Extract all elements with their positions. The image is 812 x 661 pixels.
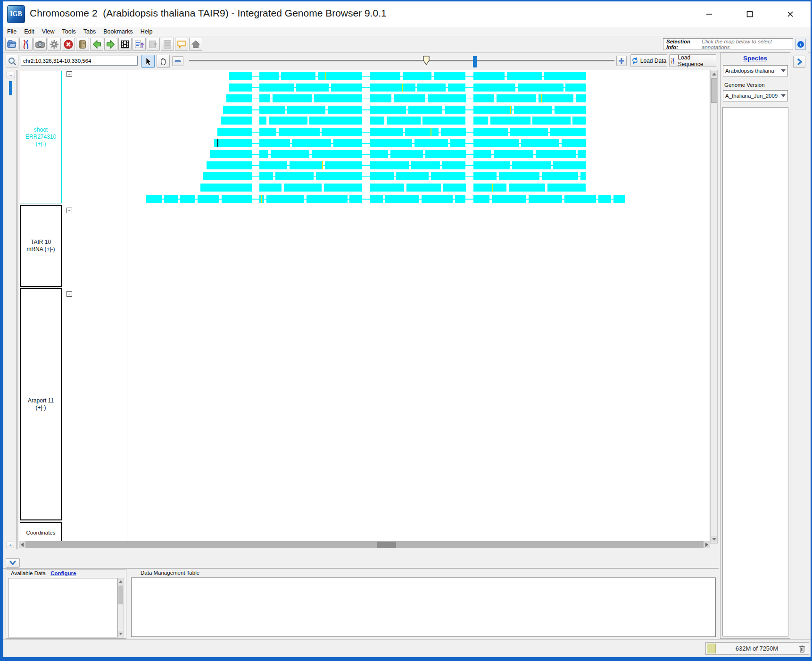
overview-slider-groove[interactable] xyxy=(189,60,614,61)
track-label-shoot[interactable]: shootERR274310(+|-) xyxy=(20,71,62,203)
genome-canvas[interactable]: −−− xyxy=(62,70,709,544)
track-label-araport11[interactable]: Araport 11(+|-) xyxy=(20,288,62,520)
pan-hand-button[interactable] xyxy=(157,55,170,68)
read-block xyxy=(221,117,252,125)
collapse-track2-icon[interactable]: − xyxy=(66,208,72,213)
collapse-track3-icon[interactable]: − xyxy=(66,291,72,297)
vscroll-down-arrow[interactable] xyxy=(711,536,717,543)
read-mismatch-mark xyxy=(325,72,326,80)
search-icon[interactable] xyxy=(6,55,18,67)
menu-tools[interactable]: Tools xyxy=(58,27,80,36)
read-block xyxy=(613,195,625,203)
read-block xyxy=(333,139,362,147)
read-block xyxy=(514,106,553,114)
select-tool-button[interactable] xyxy=(141,55,155,68)
app-logo: IGB xyxy=(7,5,25,23)
read-block xyxy=(434,72,466,80)
read-block xyxy=(259,172,273,180)
configure-link[interactable]: Configure xyxy=(50,570,76,576)
menu-help[interactable]: Help xyxy=(137,27,157,36)
menu-view[interactable]: View xyxy=(38,27,58,36)
read-block xyxy=(259,128,276,136)
read-block xyxy=(492,195,526,203)
toolbar-button-list-disabled-icon[interactable] xyxy=(161,38,174,51)
main-vscrollbar[interactable] xyxy=(710,70,718,544)
available-data-label: Available Data - xyxy=(11,570,50,576)
read-block xyxy=(370,106,406,114)
menu-file[interactable]: File xyxy=(3,27,20,36)
toolbar-button-filmstrip-icon[interactable] xyxy=(118,38,132,51)
main-hscrollbar[interactable] xyxy=(25,541,704,548)
read-block xyxy=(385,195,419,203)
toolbar-button-open-folder-icon[interactable] xyxy=(5,38,18,51)
hscroll-left-arrow[interactable] xyxy=(19,541,25,548)
read-block xyxy=(226,94,251,102)
toolbar-button-forward-arrow-icon[interactable] xyxy=(104,38,117,51)
species-link[interactable]: Species xyxy=(743,55,767,62)
close-button[interactable] xyxy=(782,7,798,21)
load-sequence-button[interactable]: Load Sequence xyxy=(669,54,716,67)
comment-icon xyxy=(176,39,187,50)
overview-slider-marker[interactable] xyxy=(423,56,430,66)
menu-bookmarks[interactable]: Bookmarks xyxy=(99,27,137,36)
track-label-coordinates[interactable]: Coordinates xyxy=(20,522,62,544)
menu-tabs[interactable]: Tabs xyxy=(80,27,99,36)
read-block xyxy=(473,84,515,92)
minimize-tabs-button[interactable] xyxy=(6,558,20,568)
window-title: Chromosome 2 (Arabidopsis thaliana TAIR9… xyxy=(30,8,387,19)
overview-position-thumb[interactable] xyxy=(473,56,477,67)
read-block xyxy=(198,195,219,203)
read-block xyxy=(431,172,465,180)
read-block xyxy=(214,139,252,147)
read-block xyxy=(473,117,489,125)
read-block xyxy=(521,139,560,147)
read-block xyxy=(349,195,362,203)
read-block xyxy=(422,195,453,203)
toolbar-button-gear-icon[interactable] xyxy=(48,38,61,51)
read-block xyxy=(532,117,570,125)
collapse-panel-button[interactable] xyxy=(793,56,805,68)
read-block xyxy=(287,106,325,114)
toolbar-button-export-disabled-icon[interactable] xyxy=(147,38,160,51)
read-block xyxy=(296,84,329,92)
toolbar-button-back-arrow-icon[interactable] xyxy=(90,38,103,51)
tree-scrollbar[interactable] xyxy=(117,578,124,637)
read-block xyxy=(598,195,611,203)
trash-icon[interactable] xyxy=(798,644,806,653)
toolbar-button-export-up-icon[interactable] xyxy=(133,38,146,51)
toolbar-button-dna-icon[interactable] xyxy=(19,38,33,51)
minimize-button[interactable] xyxy=(701,7,717,21)
species-dropdown[interactable]: Arabidopsis thaliana xyxy=(723,65,788,76)
toolbar-button-stop-icon[interactable] xyxy=(62,38,75,51)
read-block xyxy=(425,150,466,158)
vscroll-up-arrow[interactable] xyxy=(711,71,717,77)
toolbar-button-home-icon[interactable] xyxy=(189,38,202,51)
vscroll-thumb[interactable] xyxy=(711,78,717,103)
read-block xyxy=(455,195,466,203)
read-block xyxy=(259,139,290,147)
vertical-zoom-minus[interactable]: − xyxy=(7,72,15,78)
info-icon[interactable]: i xyxy=(795,39,806,50)
hscroll-plus-button[interactable]: + xyxy=(7,542,14,548)
load-data-button[interactable]: Load Data xyxy=(630,54,667,67)
range-input[interactable] xyxy=(21,56,138,66)
maximize-button[interactable] xyxy=(742,7,758,21)
hscroll-right-arrow[interactable] xyxy=(704,541,710,548)
collapse-track1-icon[interactable]: − xyxy=(66,71,72,77)
hscroll-thumb[interactable] xyxy=(377,542,396,548)
toolbar-button-comment-icon[interactable] xyxy=(175,38,188,51)
open-folder-icon xyxy=(7,39,17,50)
read-block xyxy=(473,139,519,147)
menu-edit[interactable]: Edit xyxy=(20,27,38,36)
zoom-in-button[interactable] xyxy=(616,56,627,66)
main-viewer: − shootERR274310(+|-) TAIR 10mRNA (+|-) … xyxy=(3,70,719,549)
read-block xyxy=(259,72,279,80)
toolbar-button-book-icon[interactable] xyxy=(76,38,89,51)
vertical-zoom-thumb[interactable] xyxy=(9,81,12,95)
genome-version-dropdown[interactable]: A_thaliana_Jun_2009 xyxy=(723,90,788,101)
toolbar-button-camera-icon[interactable] xyxy=(33,38,47,51)
zoom-out-button[interactable] xyxy=(172,56,183,66)
memory-widget: 632M of 7250M xyxy=(705,642,809,655)
read-mismatch-mark xyxy=(510,106,511,114)
track-label-tair10[interactable]: TAIR 10mRNA (+|-) xyxy=(20,205,62,287)
